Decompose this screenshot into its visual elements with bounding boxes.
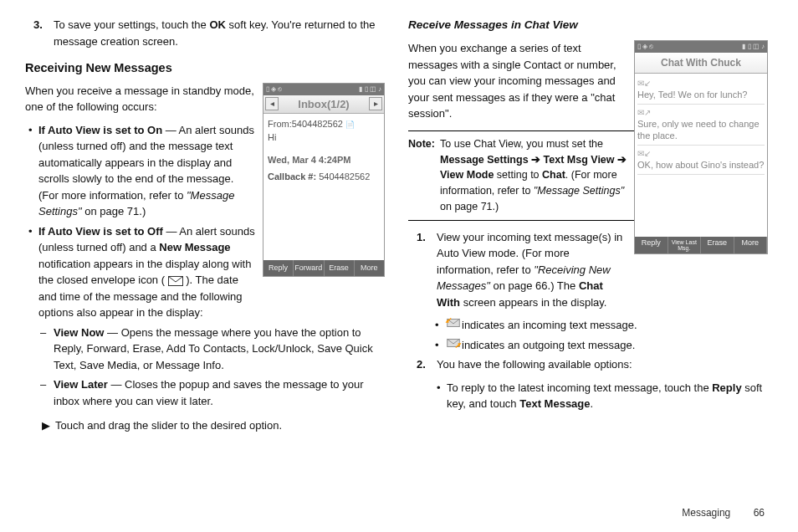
from-line: From:5404482562 📄 xyxy=(268,117,380,131)
note-label: Note: xyxy=(408,136,440,215)
bullet-incoming-icon: • indicates an incoming text message. xyxy=(435,317,768,334)
bullet-auto-view-on: • If Auto View is set to On — An alert s… xyxy=(28,122,256,220)
callback-line: Callback #: 5404482562 xyxy=(268,170,380,184)
softkey-view-last: View Last Msg. xyxy=(668,237,702,253)
incoming-icon: ✉↙ xyxy=(637,147,765,160)
note-text: To use Chat View, you must set the Messa… xyxy=(440,136,627,215)
message-date: Wed, Mar 4 4:24PM xyxy=(268,153,380,167)
bullet-reply-option: • To reply to the latest incoming text m… xyxy=(437,380,768,412)
chat-body: ✉↙ Hey, Ted! We on for lunch? ✉↗ Sure, o… xyxy=(635,74,767,237)
chat-msg-2: ✉↗ Sure, only we need to change the plac… xyxy=(637,105,765,145)
softkey-erase: Erase xyxy=(325,260,355,277)
softkey-reply: Reply xyxy=(635,237,668,253)
step-1: 1. View your incoming text message(s) in… xyxy=(408,229,627,311)
phone-title-row: ◂ Inbox(1/2) ▸ xyxy=(263,95,384,114)
phone-status-bar: ▯ ◈ ⎋▮ ▯ ◫ ♪ xyxy=(263,84,384,95)
envelope-icon xyxy=(168,276,183,286)
incoming-envelope-icon xyxy=(445,317,462,329)
phone-screenshot-chat: ▯ ◈ ⎋▮ ▯ ◫ ♪ Chat With Chuck ✉↙ Hey, Ted… xyxy=(634,40,768,254)
bullet-auto-view-off: • If Auto View is set to Off — An alert … xyxy=(28,223,256,321)
message-text: Hi xyxy=(268,130,380,145)
step-3: 3. To save your settings, touch the OK s… xyxy=(25,17,385,49)
chat-msg-1: ✉↙ Hey, Ted! We on for lunch? xyxy=(637,75,765,105)
left-column: 3. To save your settings, touch the OK s… xyxy=(25,17,385,441)
triangle-icon: ▶ xyxy=(38,417,55,434)
step-2: 2. You have the following available opti… xyxy=(408,356,768,373)
chat-msg-3: ✉↙ OK, how about Gino's instead? xyxy=(637,146,765,175)
footer-page: 66 xyxy=(754,507,765,519)
step-text: To save your settings, touch the OK soft… xyxy=(54,17,385,49)
chat-title: Chat With Chuck xyxy=(635,53,767,74)
bullet-outgoing-icon: • indicates an outgoing text message. xyxy=(435,337,768,354)
incoming-icon: ✉↙ xyxy=(637,77,765,90)
outgoing-icon: ✉↗ xyxy=(637,106,765,119)
sub-view-now: – View Now — Opens the message where you… xyxy=(40,325,385,374)
softkey-bar: Reply Forward Erase More xyxy=(263,260,384,277)
softkey-erase: Erase xyxy=(701,237,734,253)
softkey-more: More xyxy=(355,260,384,277)
page-footer: Messaging 66 xyxy=(682,505,765,520)
heading-receive-chat-view: Receive Messages in Chat View xyxy=(408,17,768,33)
nav-right-icon: ▸ xyxy=(369,97,382,110)
nav-left-icon: ◂ xyxy=(265,97,279,110)
softkey-bar: Reply View Last Msg. Erase More xyxy=(635,237,767,253)
step-number: 3. xyxy=(25,17,54,49)
phone-status-bar: ▯ ◈ ⎋▮ ▯ ◫ ♪ xyxy=(635,41,767,53)
phone-body: From:5404482562 📄 Hi Wed, Mar 4 4:24PM C… xyxy=(263,114,384,260)
outgoing-envelope-icon xyxy=(445,337,462,349)
footer-section: Messaging xyxy=(682,507,730,519)
step-number: 2. xyxy=(408,356,437,373)
right-column: Receive Messages in Chat View ▯ ◈ ⎋▮ ▯ ◫… xyxy=(408,17,768,441)
phone-screenshot-inbox: ▯ ◈ ⎋▮ ▯ ◫ ♪ ◂ Inbox(1/2) ▸ From:5404482… xyxy=(263,83,385,278)
slider-instruction: ▶ Touch and drag the slider to the desir… xyxy=(38,417,385,434)
softkey-more: More xyxy=(734,237,768,253)
sub-view-later: – View Later — Closes the popup and save… xyxy=(40,376,385,409)
heading-receiving-new-messages: Receiving New Messages xyxy=(25,59,385,78)
softkey-reply: Reply xyxy=(263,260,294,277)
phone-title: Inbox(1/2) xyxy=(280,96,367,113)
step-number: 1. xyxy=(408,229,437,311)
softkey-forward: Forward xyxy=(294,260,324,277)
